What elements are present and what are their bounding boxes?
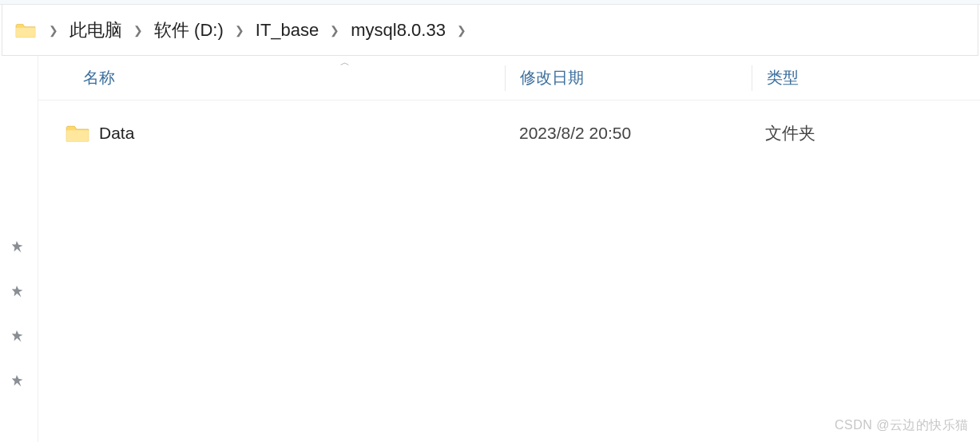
pin-icon[interactable] bbox=[9, 370, 29, 390]
column-header-row: 名称 ︿ 修改日期 类型 bbox=[38, 56, 980, 101]
column-header-type[interactable]: 类型 bbox=[752, 67, 799, 89]
file-type-label: 文件夹 bbox=[751, 122, 815, 144]
watermark-text: CSDN @云边的快乐猫 bbox=[835, 417, 969, 434]
column-header-date[interactable]: 修改日期 bbox=[506, 67, 752, 89]
chevron-right-icon[interactable]: ❯ bbox=[227, 24, 252, 37]
file-date-label: 2023/8/2 20:50 bbox=[505, 124, 751, 143]
folder-root-icon[interactable] bbox=[15, 22, 36, 39]
pin-icon[interactable] bbox=[9, 281, 29, 301]
chevron-right-icon[interactable]: ❯ bbox=[449, 24, 474, 37]
table-row[interactable]: Data 2023/8/2 20:50 文件夹 bbox=[38, 112, 980, 155]
sort-caret-icon[interactable]: ︿ bbox=[340, 56, 350, 69]
breadcrumb-bar[interactable]: ❯ 此电脑 ❯ 软件 (D:) ❯ IT_base ❯ mysql8.0.33 … bbox=[2, 5, 978, 56]
chevron-right-icon[interactable]: ❯ bbox=[41, 24, 66, 37]
files-body: Data 2023/8/2 20:50 文件夹 bbox=[38, 101, 980, 442]
breadcrumb-folder-mysql[interactable]: mysql8.0.33 bbox=[347, 18, 449, 42]
chevron-right-icon[interactable]: ❯ bbox=[322, 24, 347, 37]
pin-icon[interactable] bbox=[9, 326, 29, 345]
file-list-area: 名称 ︿ 修改日期 类型 Data 2023/8/2 20:50 bbox=[38, 56, 980, 442]
column-header-name[interactable]: 名称 bbox=[38, 67, 505, 89]
file-name-label: Data bbox=[99, 124, 134, 143]
breadcrumb-this-pc[interactable]: 此电脑 bbox=[66, 17, 125, 44]
quick-access-rail bbox=[0, 56, 38, 442]
breadcrumb-drive[interactable]: 软件 (D:) bbox=[151, 17, 227, 44]
chevron-right-icon[interactable]: ❯ bbox=[125, 24, 151, 37]
pin-icon[interactable] bbox=[9, 236, 29, 256]
breadcrumb-folder-itbase[interactable]: IT_base bbox=[252, 18, 323, 42]
folder-icon bbox=[65, 123, 89, 144]
